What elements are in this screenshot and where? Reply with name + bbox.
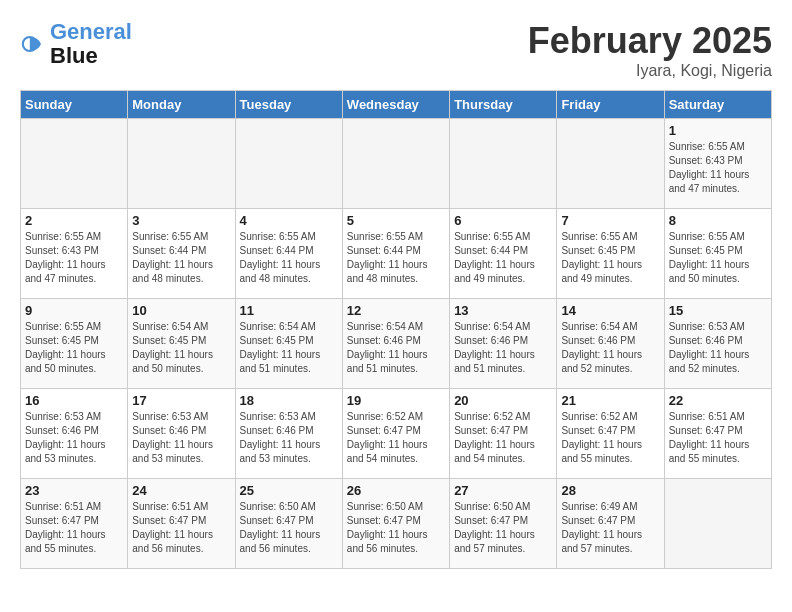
day-number: 11: [240, 303, 338, 318]
calendar-cell: [450, 119, 557, 209]
weekday-header-friday: Friday: [557, 91, 664, 119]
day-info: Sunrise: 6:49 AM Sunset: 6:47 PM Dayligh…: [561, 500, 659, 556]
day-number: 4: [240, 213, 338, 228]
day-number: 15: [669, 303, 767, 318]
day-info: Sunrise: 6:52 AM Sunset: 6:47 PM Dayligh…: [347, 410, 445, 466]
day-number: 1: [669, 123, 767, 138]
day-info: Sunrise: 6:52 AM Sunset: 6:47 PM Dayligh…: [561, 410, 659, 466]
calendar-cell: 5Sunrise: 6:55 AM Sunset: 6:44 PM Daylig…: [342, 209, 449, 299]
calendar-week-row: 9Sunrise: 6:55 AM Sunset: 6:45 PM Daylig…: [21, 299, 772, 389]
day-number: 22: [669, 393, 767, 408]
calendar-cell: 25Sunrise: 6:50 AM Sunset: 6:47 PM Dayli…: [235, 479, 342, 569]
weekday-header-saturday: Saturday: [664, 91, 771, 119]
calendar-cell: [21, 119, 128, 209]
day-info: Sunrise: 6:54 AM Sunset: 6:45 PM Dayligh…: [240, 320, 338, 376]
day-number: 20: [454, 393, 552, 408]
day-number: 21: [561, 393, 659, 408]
day-info: Sunrise: 6:51 AM Sunset: 6:47 PM Dayligh…: [25, 500, 123, 556]
calendar-cell: 8Sunrise: 6:55 AM Sunset: 6:45 PM Daylig…: [664, 209, 771, 299]
day-number: 19: [347, 393, 445, 408]
day-info: Sunrise: 6:55 AM Sunset: 6:43 PM Dayligh…: [25, 230, 123, 286]
calendar-title: February 2025: [528, 20, 772, 62]
day-number: 14: [561, 303, 659, 318]
day-info: Sunrise: 6:51 AM Sunset: 6:47 PM Dayligh…: [669, 410, 767, 466]
day-info: Sunrise: 6:53 AM Sunset: 6:46 PM Dayligh…: [25, 410, 123, 466]
calendar-cell: 26Sunrise: 6:50 AM Sunset: 6:47 PM Dayli…: [342, 479, 449, 569]
day-number: 25: [240, 483, 338, 498]
calendar-cell: 9Sunrise: 6:55 AM Sunset: 6:45 PM Daylig…: [21, 299, 128, 389]
calendar-cell: [342, 119, 449, 209]
day-number: 23: [25, 483, 123, 498]
day-info: Sunrise: 6:52 AM Sunset: 6:47 PM Dayligh…: [454, 410, 552, 466]
calendar-cell: 15Sunrise: 6:53 AM Sunset: 6:46 PM Dayli…: [664, 299, 771, 389]
day-info: Sunrise: 6:50 AM Sunset: 6:47 PM Dayligh…: [240, 500, 338, 556]
calendar-week-row: 16Sunrise: 6:53 AM Sunset: 6:46 PM Dayli…: [21, 389, 772, 479]
calendar-cell: 13Sunrise: 6:54 AM Sunset: 6:46 PM Dayli…: [450, 299, 557, 389]
day-number: 27: [454, 483, 552, 498]
day-number: 28: [561, 483, 659, 498]
day-info: Sunrise: 6:50 AM Sunset: 6:47 PM Dayligh…: [347, 500, 445, 556]
calendar-week-row: 23Sunrise: 6:51 AM Sunset: 6:47 PM Dayli…: [21, 479, 772, 569]
calendar-cell: 21Sunrise: 6:52 AM Sunset: 6:47 PM Dayli…: [557, 389, 664, 479]
day-number: 6: [454, 213, 552, 228]
weekday-header-monday: Monday: [128, 91, 235, 119]
calendar-cell: 14Sunrise: 6:54 AM Sunset: 6:46 PM Dayli…: [557, 299, 664, 389]
calendar-cell: [664, 479, 771, 569]
calendar-cell: 20Sunrise: 6:52 AM Sunset: 6:47 PM Dayli…: [450, 389, 557, 479]
day-number: 17: [132, 393, 230, 408]
day-info: Sunrise: 6:55 AM Sunset: 6:43 PM Dayligh…: [669, 140, 767, 196]
day-number: 8: [669, 213, 767, 228]
day-info: Sunrise: 6:53 AM Sunset: 6:46 PM Dayligh…: [132, 410, 230, 466]
day-info: Sunrise: 6:50 AM Sunset: 6:47 PM Dayligh…: [454, 500, 552, 556]
calendar-cell: 16Sunrise: 6:53 AM Sunset: 6:46 PM Dayli…: [21, 389, 128, 479]
day-info: Sunrise: 6:51 AM Sunset: 6:47 PM Dayligh…: [132, 500, 230, 556]
day-number: 7: [561, 213, 659, 228]
calendar-subtitle: Iyara, Kogi, Nigeria: [528, 62, 772, 80]
day-number: 16: [25, 393, 123, 408]
day-info: Sunrise: 6:54 AM Sunset: 6:46 PM Dayligh…: [454, 320, 552, 376]
weekday-header-wednesday: Wednesday: [342, 91, 449, 119]
calendar-cell: 10Sunrise: 6:54 AM Sunset: 6:45 PM Dayli…: [128, 299, 235, 389]
day-number: 9: [25, 303, 123, 318]
day-info: Sunrise: 6:55 AM Sunset: 6:45 PM Dayligh…: [25, 320, 123, 376]
calendar-week-row: 2Sunrise: 6:55 AM Sunset: 6:43 PM Daylig…: [21, 209, 772, 299]
calendar-cell: 19Sunrise: 6:52 AM Sunset: 6:47 PM Dayli…: [342, 389, 449, 479]
calendar-cell: 23Sunrise: 6:51 AM Sunset: 6:47 PM Dayli…: [21, 479, 128, 569]
calendar-week-row: 1Sunrise: 6:55 AM Sunset: 6:43 PM Daylig…: [21, 119, 772, 209]
calendar-cell: 18Sunrise: 6:53 AM Sunset: 6:46 PM Dayli…: [235, 389, 342, 479]
weekday-header-sunday: Sunday: [21, 91, 128, 119]
day-number: 24: [132, 483, 230, 498]
day-number: 2: [25, 213, 123, 228]
weekday-header-thursday: Thursday: [450, 91, 557, 119]
calendar-cell: 1Sunrise: 6:55 AM Sunset: 6:43 PM Daylig…: [664, 119, 771, 209]
calendar-cell: 12Sunrise: 6:54 AM Sunset: 6:46 PM Dayli…: [342, 299, 449, 389]
calendar-cell: 2Sunrise: 6:55 AM Sunset: 6:43 PM Daylig…: [21, 209, 128, 299]
day-info: Sunrise: 6:54 AM Sunset: 6:46 PM Dayligh…: [347, 320, 445, 376]
day-number: 5: [347, 213, 445, 228]
weekday-header-row: SundayMondayTuesdayWednesdayThursdayFrid…: [21, 91, 772, 119]
page-header: GeneralBlue February 2025 Iyara, Kogi, N…: [20, 20, 772, 80]
day-number: 3: [132, 213, 230, 228]
day-info: Sunrise: 6:53 AM Sunset: 6:46 PM Dayligh…: [240, 410, 338, 466]
calendar-cell: 22Sunrise: 6:51 AM Sunset: 6:47 PM Dayli…: [664, 389, 771, 479]
day-info: Sunrise: 6:54 AM Sunset: 6:45 PM Dayligh…: [132, 320, 230, 376]
day-info: Sunrise: 6:55 AM Sunset: 6:44 PM Dayligh…: [454, 230, 552, 286]
calendar-cell: [235, 119, 342, 209]
calendar-cell: 24Sunrise: 6:51 AM Sunset: 6:47 PM Dayli…: [128, 479, 235, 569]
calendar-table: SundayMondayTuesdayWednesdayThursdayFrid…: [20, 90, 772, 569]
calendar-cell: [557, 119, 664, 209]
calendar-cell: 6Sunrise: 6:55 AM Sunset: 6:44 PM Daylig…: [450, 209, 557, 299]
day-info: Sunrise: 6:55 AM Sunset: 6:44 PM Dayligh…: [347, 230, 445, 286]
day-number: 18: [240, 393, 338, 408]
calendar-cell: 7Sunrise: 6:55 AM Sunset: 6:45 PM Daylig…: [557, 209, 664, 299]
title-section: February 2025 Iyara, Kogi, Nigeria: [528, 20, 772, 80]
day-info: Sunrise: 6:55 AM Sunset: 6:44 PM Dayligh…: [240, 230, 338, 286]
day-info: Sunrise: 6:55 AM Sunset: 6:44 PM Dayligh…: [132, 230, 230, 286]
weekday-header-tuesday: Tuesday: [235, 91, 342, 119]
day-info: Sunrise: 6:54 AM Sunset: 6:46 PM Dayligh…: [561, 320, 659, 376]
logo-icon: [20, 30, 48, 58]
day-info: Sunrise: 6:53 AM Sunset: 6:46 PM Dayligh…: [669, 320, 767, 376]
day-info: Sunrise: 6:55 AM Sunset: 6:45 PM Dayligh…: [669, 230, 767, 286]
calendar-cell: 27Sunrise: 6:50 AM Sunset: 6:47 PM Dayli…: [450, 479, 557, 569]
calendar-cell: 28Sunrise: 6:49 AM Sunset: 6:47 PM Dayli…: [557, 479, 664, 569]
